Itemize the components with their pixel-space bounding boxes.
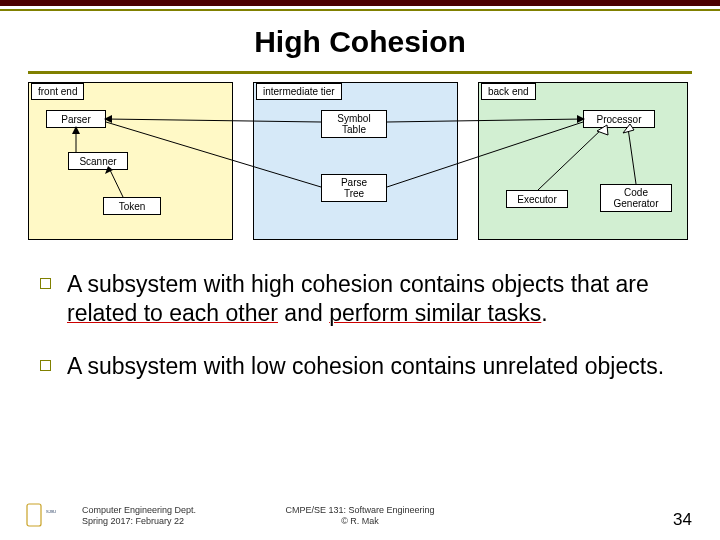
tier-back: back end [478, 82, 688, 240]
tier-mid-label: intermediate tier [256, 83, 342, 100]
footer-dept: Computer Engineering Dept. [82, 505, 196, 516]
bullet-underline: related to each other [67, 300, 278, 326]
bullet-text: A subsystem with low cohesion contains u… [67, 352, 664, 381]
node-parser: Parser [46, 110, 106, 128]
bullet-item: A subsystem with low cohesion contains u… [40, 352, 680, 381]
top-accent-bar [0, 0, 720, 6]
title-underline [28, 71, 692, 74]
tier-front-label: front end [31, 83, 84, 100]
slide-title: High Cohesion [0, 25, 720, 59]
page-number: 34 [673, 510, 692, 530]
svg-text:SJSU: SJSU [46, 509, 56, 514]
node-parse-tree: Parse Tree [321, 174, 387, 202]
bullet-text: A subsystem with high cohesion contains … [67, 270, 680, 328]
bullet-marker-icon [40, 278, 51, 289]
slide-footer: SJSU Computer Engineering Dept. Spring 2… [0, 502, 720, 530]
bullet-segment: A subsystem with high cohesion contains … [67, 271, 649, 297]
bullet-segment: A subsystem with low cohesion contains u… [67, 353, 664, 379]
architecture-diagram: front end intermediate tier back end Par… [28, 82, 692, 252]
node-executor: Executor [506, 190, 568, 208]
bullet-list: A subsystem with high cohesion contains … [40, 270, 680, 380]
node-symbol-table: Symbol Table [321, 110, 387, 138]
footer-center: CMPE/SE 131: Software Engineering © R. M… [285, 505, 434, 527]
bullet-marker-icon [40, 360, 51, 371]
node-scanner: Scanner [68, 152, 128, 170]
bullet-item: A subsystem with high cohesion contains … [40, 270, 680, 328]
svg-rect-14 [27, 504, 41, 526]
bullet-segment: . [541, 300, 547, 326]
tier-mid: intermediate tier [253, 82, 458, 240]
footer-left: Computer Engineering Dept. Spring 2017: … [82, 505, 196, 527]
node-processor: Processor [583, 110, 655, 128]
footer-course: CMPE/SE 131: Software Engineering [285, 505, 434, 516]
tier-back-label: back end [481, 83, 536, 100]
footer-date: Spring 2017: February 22 [82, 516, 196, 527]
thin-accent-bar [0, 9, 720, 11]
university-logo-icon: SJSU [24, 502, 64, 530]
node-token: Token [103, 197, 161, 215]
footer-copyright: © R. Mak [285, 516, 434, 527]
tier-front: front end [28, 82, 233, 240]
node-code-generator: Code Generator [600, 184, 672, 212]
bullet-underline: perform similar tasks [329, 300, 541, 326]
bullet-segment: and [278, 300, 329, 326]
